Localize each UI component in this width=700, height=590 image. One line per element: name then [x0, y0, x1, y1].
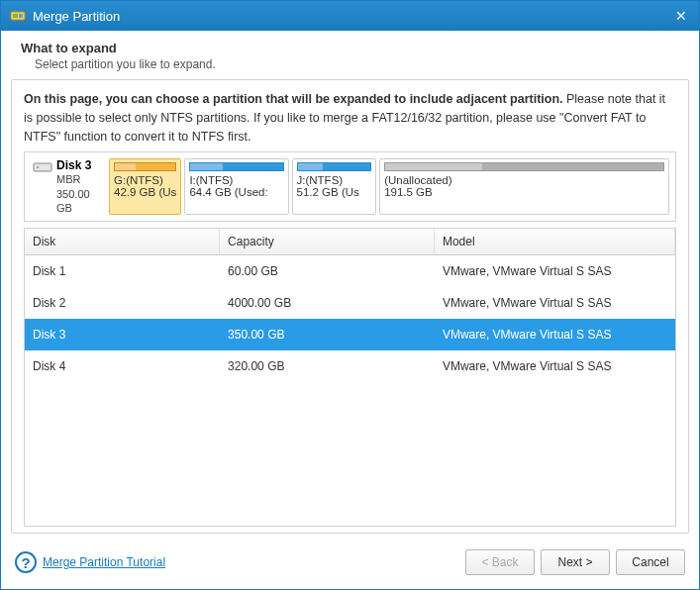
tutorial-link[interactable]: Merge Partition Tutorial [43, 555, 165, 569]
content-panel: On this page, you can choose a partition… [11, 79, 689, 534]
cell-capacity: 350.00 GB [220, 319, 435, 350]
diskmap-scheme: MBR [56, 172, 105, 186]
table-row[interactable]: Disk 160.00 GBVMware, VMware Virtual S S… [25, 255, 675, 287]
header-title: What to expand [21, 41, 679, 55]
partition-container: G:(NTFS)42.9 GB (UsI:(NTFS)64.4 GB (Used… [109, 158, 669, 215]
diskmap-size: 350.00 GB [56, 187, 105, 216]
partition-bar [189, 162, 283, 171]
cell-capacity: 4000.00 GB [220, 287, 435, 319]
cell-capacity: 60.00 GB [220, 255, 435, 287]
partition-label: G:(NTFS) [114, 174, 176, 186]
merge-partition-window: Merge Partition ✕ What to expand Select … [0, 0, 700, 590]
close-icon[interactable]: ✕ [671, 6, 691, 26]
wizard-header: What to expand Select partition you like… [1, 31, 699, 79]
partition-I[interactable]: I:(NTFS)64.4 GB (Used: [184, 158, 288, 215]
partition-size: 42.9 GB (Us [114, 186, 176, 198]
cell-disk: Disk 2 [25, 287, 220, 319]
disk-table: Disk Capacity Model Disk 160.00 GBVMware… [24, 228, 676, 527]
svg-rect-3 [34, 163, 51, 171]
col-capacity[interactable]: Capacity [220, 229, 435, 254]
titlebar: Merge Partition ✕ [1, 1, 699, 31]
table-row[interactable]: Disk 24000.00 GBVMware, VMware Virtual S… [25, 287, 675, 319]
partition-label: I:(NTFS) [189, 174, 283, 186]
svg-rect-1 [13, 14, 18, 18]
disk-map: Disk 3 MBR 350.00 GB G:(NTFS)42.9 GB (Us… [24, 151, 676, 222]
cell-model: VMware, VMware Virtual S SAS [435, 319, 675, 350]
cancel-button[interactable]: Cancel [616, 549, 685, 575]
cell-model: VMware, VMware Virtual S SAS [435, 255, 675, 287]
partition-size: 51.2 GB (Us [297, 186, 372, 198]
disk-icon [33, 160, 52, 177]
disk-map-info: Disk 3 MBR 350.00 GB [31, 158, 105, 215]
partition-size: 64.4 GB (Used: [189, 186, 283, 198]
description-text: On this page, you can choose a partition… [24, 90, 676, 146]
table-row[interactable]: Disk 3350.00 GBVMware, VMware Virtual S … [25, 319, 675, 350]
description-bold: On this page, you can choose a partition… [24, 92, 563, 106]
cell-disk: Disk 3 [25, 319, 220, 350]
svg-point-4 [37, 166, 39, 168]
help-icon[interactable]: ? [15, 551, 37, 573]
partition-size: 191.5 GB [384, 186, 664, 198]
cell-model: VMware, VMware Virtual S SAS [435, 287, 675, 319]
table-body: Disk 160.00 GBVMware, VMware Virtual S S… [25, 255, 675, 526]
cell-capacity: 320.00 GB [220, 350, 435, 382]
back-button[interactable]: < Back [465, 549, 535, 575]
cell-model: VMware, VMware Virtual S SAS [435, 350, 675, 382]
table-row[interactable]: Disk 4320.00 GBVMware, VMware Virtual S … [25, 350, 675, 382]
diskmap-disk-name: Disk 3 [56, 158, 105, 172]
next-button[interactable]: Next > [541, 549, 610, 575]
partition-G[interactable]: G:(NTFS)42.9 GB (Us [109, 158, 181, 215]
partition-U[interactable]: (Unallocated)191.5 GB [379, 158, 669, 215]
cell-disk: Disk 1 [25, 255, 220, 287]
partition-J[interactable]: J:(NTFS)51.2 GB (Us [292, 158, 377, 215]
cell-disk: Disk 4 [25, 350, 220, 382]
svg-rect-2 [19, 14, 23, 18]
partition-bar [114, 162, 176, 171]
header-subtitle: Select partition you like to expand. [35, 57, 679, 71]
table-header: Disk Capacity Model [25, 229, 675, 255]
footer: ? Merge Partition Tutorial < Back Next >… [1, 540, 699, 589]
window-title: Merge Partition [33, 9, 671, 24]
partition-label: J:(NTFS) [297, 174, 372, 186]
partition-bar [384, 162, 664, 171]
col-disk[interactable]: Disk [25, 229, 220, 254]
partition-label: (Unallocated) [384, 174, 664, 186]
app-icon [9, 7, 27, 25]
col-model[interactable]: Model [435, 229, 675, 254]
partition-bar [297, 162, 372, 171]
